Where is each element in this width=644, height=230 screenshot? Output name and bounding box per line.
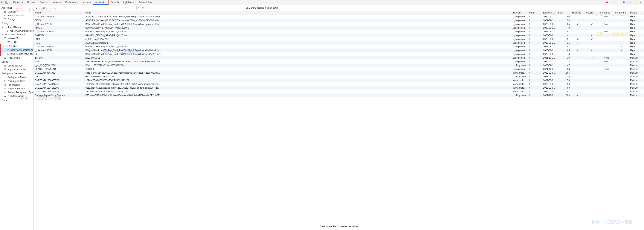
column-header[interactable]: Name — [34, 11, 84, 15]
column-header[interactable]: Priority — [629, 11, 644, 15]
cell: 53 — [557, 79, 571, 82]
column-header[interactable]: Domain — [512, 11, 528, 15]
table-row[interactable]: SIDBQgKw1MorPUn36DpPqs_5sndcPnlG39tt82sL… — [34, 52, 644, 56]
sidebar-item-trust-tokens[interactable]: ☱Trust Tokens — [0, 56, 34, 60]
inspect-icon[interactable] — [1, 1, 4, 4]
sidebar-item-local-storage[interactable]: ▼☵Local Storage — [0, 25, 34, 29]
sidebar-item-websql[interactable]: ☱Web SQL — [0, 40, 34, 44]
table-row[interactable]: __Secure-3PSIDCCAJi4QfELVYAcBdPpDQUI1vlQ… — [34, 15, 644, 19]
table-row[interactable]: 1P_JAR2021-09-19-06.google.com/2021-10-1… — [34, 56, 644, 60]
sidebar-item-local-storage-origin[interactable]: ☰https://www.cnblogs.com — [0, 29, 34, 33]
table-row[interactable]: SEARCH_SAMESITECgQI95IB.google.com/2021-… — [34, 67, 644, 71]
tab-network[interactable]: Network — [50, 0, 63, 5]
cell: ✓ — [571, 22, 585, 26]
tab-sources[interactable]: Sources — [38, 0, 50, 5]
table-row[interactable]: CNZZDATA1274152299811228143-1625281026-h… — [34, 86, 644, 90]
table-row[interactable]: CNZZDATA12743314421928927779-1630896882-… — [34, 82, 644, 86]
column-header[interactable]: Size — [557, 11, 571, 15]
table-row[interactable]: __Secure-1PSIDBQgKw1MorPUn36DpPqs_5sndcP… — [34, 49, 644, 52]
column-header[interactable]: Expires / M… — [542, 11, 557, 15]
table-row[interactable]: _ga_4CQQXWHK3CGS1.1.1631781646.2.0.16317… — [34, 64, 644, 67]
sidebar-item-service-workers[interactable]: ⚙Service Workers — [0, 14, 34, 18]
toggle-icon[interactable]: ▶ — [2, 33, 3, 36]
device-toggle-icon[interactable] — [5, 1, 8, 4]
cookie-preview: Select a cookie to preview its value — [34, 223, 644, 230]
sidebar-item-push-messaging[interactable]: ☁Push Messaging — [0, 94, 34, 98]
tab-console[interactable]: Console — [25, 0, 38, 5]
gear-icon[interactable] — [630, 1, 632, 4]
sidebar-item-cookie-origin[interactable]: ◷https://www.cnblogs.com — [1, 48, 33, 52]
warnings-badge[interactable]: 1 — [614, 1, 620, 4]
tab-security[interactable]: Security — [108, 0, 121, 5]
refresh-icon[interactable] — [35, 6, 38, 10]
cell — [571, 67, 585, 71]
info-badge[interactable]: 1 — [622, 1, 628, 4]
cell: www.cnblog… — [512, 82, 528, 86]
cell: CNZZDATA1280075573 — [34, 79, 84, 82]
sidebar-item-manifest[interactable]: ▤Manifest — [0, 10, 34, 14]
table-row[interactable]: SAPISIDbPrLr12L_FEvfEwg/AZAOfDPzQ4YjFolw… — [34, 34, 644, 37]
cell — [614, 60, 629, 64]
table-row[interactable]: __Secure-3PAPISIDbPrLr12L_FEvfEwg/AZAOfD… — [34, 30, 644, 34]
column-header[interactable]: Value — [84, 11, 512, 15]
sidebar-item-background-fetch[interactable]: ↕Background Fetch — [0, 76, 34, 79]
sidebar-item-session-storage[interactable]: ▶☵Session Storage — [0, 33, 34, 37]
table-row[interactable]: CNZZDATA12800755731094818783-1625283878-… — [34, 79, 644, 82]
table-row[interactable]: SIDCCAJi4QfF3LHvbjheWpEhlZlFaJ5Wabtiq4Xq… — [34, 19, 644, 22]
column-header[interactable]: HttpOnly — [571, 11, 585, 15]
cell: .google.com — [512, 19, 528, 22]
table-row[interactable]: _gidGA1.2.56180621.1629731137.cnblogs.co… — [34, 75, 644, 79]
sidebar-item-indexeddb[interactable]: ☱IndexedDB — [0, 37, 34, 40]
sidebar-item-background-sync[interactable]: ⟳Background Sync — [0, 79, 34, 83]
only-issue-checkbox[interactable]: Only show cookies with an issue — [148, 7, 278, 9]
filter-input[interactable] — [39, 6, 136, 10]
cell: / — [528, 82, 542, 86]
sidebar-item-cookies[interactable]: ▼◷Cookies — [1, 44, 33, 48]
close-icon[interactable] — [639, 1, 642, 4]
svg-point-5 — [636, 2, 636, 3]
toggle-icon[interactable]: ▼ — [2, 45, 4, 48]
fetch-icon: ↕ — [4, 76, 6, 79]
table-row[interactable]: APISIDwO74CwLJ68vRSHUw/A3n_Yr8euo296fN1P… — [34, 26, 644, 30]
table-row[interactable]: CNZZDATA3347352cnzz_eid%3D566619002-1625… — [34, 71, 644, 75]
cell: .cnblogs.com — [512, 75, 528, 79]
table-row[interactable]: NID223=ABt9o0i0ZcR0zrrQnAAnJS0Y0PYZHbuVx… — [34, 60, 644, 64]
errors-badge[interactable]: 11 — [605, 1, 612, 4]
tab-elements[interactable]: Elements — [11, 0, 25, 5]
kebab-icon[interactable] — [634, 1, 637, 4]
tab-lighthouse[interactable]: Lighthouse — [121, 0, 136, 5]
tab-performance[interactable]: Performance — [63, 0, 80, 5]
cell: Medium — [629, 90, 644, 93]
sidebar-item-storage[interactable]: ☰Storage — [0, 18, 34, 21]
clear-icon[interactable]: ✕ — [142, 7, 144, 9]
cell: 2023-08-28… — [542, 34, 557, 37]
cell: / — [528, 86, 542, 90]
table-row[interactable]: __Secure-1PAPISIDbPrLr12L_FEvfEwg/AZAOfD… — [34, 45, 644, 49]
table-row[interactable]: Cnblogs.AspNetCore.CookiesCfDJ8NACRB8VF9… — [34, 93, 644, 97]
column-header[interactable]: Path — [528, 11, 542, 15]
sidebar-item-notifications[interactable]: 🔔Notifications — [0, 83, 34, 87]
sidebar-section-application: Application — [0, 6, 34, 10]
cell — [571, 45, 585, 49]
column-header[interactable]: SameSite — [599, 11, 614, 15]
sidebar-item-periodic-sync[interactable]: ◷Periodic Background Sync — [0, 90, 34, 94]
sidebar-item-payment-handler[interactable]: ▭Payment Handler — [0, 87, 34, 90]
sidebar-item-cache-storage[interactable]: ☰Cache Storage — [0, 64, 34, 68]
table-row[interactable]: SSIDA_X9E1wnjHGP74YOB.google.com/2023-08… — [34, 37, 644, 41]
filter-settings-icon[interactable]: ≡₊ — [138, 7, 140, 9]
sidebar-item-application-cache[interactable]: ☰Application Cache — [0, 68, 34, 71]
column-header[interactable]: Secure — [585, 11, 599, 15]
tab-adblock-plus[interactable]: Adblock Plus — [136, 0, 154, 5]
table-row[interactable]: HSIDAv8cCuLx6Vg9gNqSd.google.com/2023-08… — [34, 41, 644, 45]
cell: 2023-08-28… — [542, 30, 557, 34]
cell: cnzz_eid%3D566619002-1625237150-https%25… — [84, 71, 512, 75]
toggle-icon[interactable]: ▼ — [2, 26, 3, 29]
sidebar-item-cookie-origin[interactable]: ◷https://1a156c8625d19553 — [1, 52, 33, 56]
table-row[interactable]: CNZZDATA1278866025286303729-1624496395-%… — [34, 90, 644, 93]
tab-memory[interactable]: Memory — [80, 0, 93, 5]
tab-application[interactable]: Application — [93, 0, 108, 5]
cell — [599, 37, 614, 41]
table-row[interactable]: __Secure-3PSIDBQgKw1MorPUn36DpPqs_5sndcP… — [34, 22, 644, 26]
cell: None — [599, 56, 614, 60]
column-header[interactable]: SameParty — [614, 11, 629, 15]
